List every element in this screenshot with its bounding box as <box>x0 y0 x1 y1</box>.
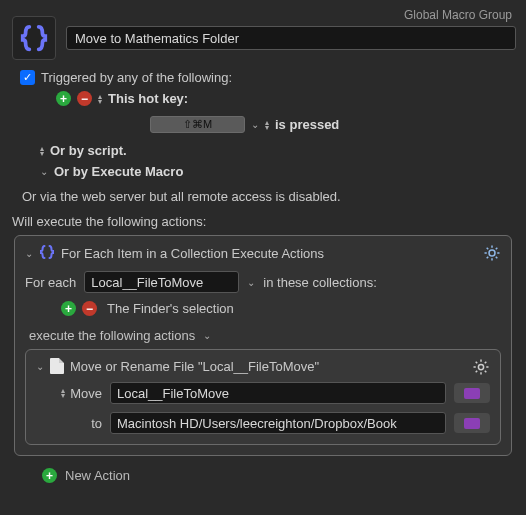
add-trigger-button[interactable]: + <box>56 91 71 106</box>
foreach-action[interactable]: ⌄ For Each Item in a Collection Execute … <box>14 235 512 456</box>
move-op-label: Move <box>70 386 102 401</box>
collection-label: The Finder's selection <box>107 301 234 316</box>
reorder-icon[interactable]: ▴▾ <box>98 94 102 104</box>
gear-icon[interactable] <box>483 244 501 265</box>
exec-macro-trigger-label: Or by Execute Macro <box>54 164 183 179</box>
chevron-down-icon[interactable]: ⌄ <box>203 330 211 341</box>
chevron-down-icon[interactable]: ⌄ <box>251 119 259 130</box>
move-file-action[interactable]: ⌄ Move or Rename File "Local__FileToMove… <box>25 349 501 445</box>
gear-icon[interactable] <box>472 358 490 379</box>
sort-icon[interactable]: ▴▾ <box>61 388 65 398</box>
execute-actions-label: execute the following actions <box>29 328 195 343</box>
hotkey-label: This hot key: <box>108 91 188 106</box>
move-source-input[interactable] <box>110 382 446 404</box>
web-trigger-label: Or via the web server but all remote acc… <box>22 189 341 204</box>
pressed-label: is pressed <box>275 117 339 132</box>
actions-header: Will execute the following actions: <box>0 204 526 235</box>
trigger-enabled-checkbox[interactable]: ✓ <box>20 70 35 85</box>
macro-icon <box>12 16 56 60</box>
hotkey-field[interactable]: ⇧⌘M <box>150 116 245 133</box>
sort-icon[interactable]: ▴▾ <box>265 120 269 130</box>
move-dest-input[interactable] <box>110 412 446 434</box>
in-collections-label: in these collections: <box>263 275 376 290</box>
move-title: Move or Rename File "Local__FileToMove" <box>70 359 319 374</box>
remove-trigger-button[interactable]: − <box>77 91 92 106</box>
file-icon <box>50 358 64 374</box>
svg-point-0 <box>489 250 495 256</box>
to-label: to <box>91 416 102 431</box>
svg-point-1 <box>478 364 483 369</box>
remove-collection-button[interactable]: − <box>82 301 97 316</box>
add-action-button[interactable]: + <box>42 468 57 483</box>
chevron-down-icon[interactable]: ⌄ <box>36 361 44 372</box>
chevron-down-icon[interactable]: ⌄ <box>40 166 48 177</box>
braces-icon <box>39 244 55 263</box>
macro-title-input[interactable] <box>66 26 516 50</box>
foreach-title: For Each Item in a Collection Execute Ac… <box>61 246 324 261</box>
new-action-label: New Action <box>65 468 130 483</box>
for-each-label: For each <box>25 275 76 290</box>
file-chooser-button[interactable] <box>454 383 490 403</box>
chevron-down-icon[interactable]: ⌄ <box>25 248 33 259</box>
file-chooser-button[interactable] <box>454 413 490 433</box>
group-label: Global Macro Group <box>404 8 512 22</box>
sort-icon[interactable]: ▴▾ <box>40 146 44 156</box>
braces-icon <box>19 23 49 53</box>
foreach-variable-input[interactable] <box>84 271 239 293</box>
chevron-down-icon[interactable]: ⌄ <box>247 277 255 288</box>
script-trigger-label: Or by script. <box>50 143 127 158</box>
add-collection-button[interactable]: + <box>61 301 76 316</box>
trigger-label: Triggered by any of the following: <box>41 70 232 85</box>
